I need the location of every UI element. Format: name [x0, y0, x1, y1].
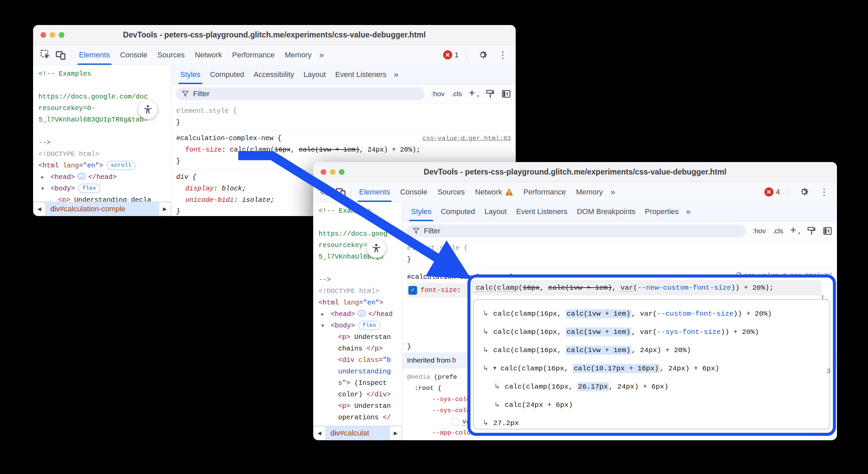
tree-node[interactable]: 5_l7VKnhaUl6B3QU — [319, 251, 402, 263]
filter-input[interactable]: Filter — [407, 225, 746, 237]
tab-performance[interactable]: Performance — [518, 182, 571, 202]
tab-elements[interactable]: Elements — [354, 182, 395, 202]
tree-node[interactable]: <div class="b — [319, 354, 402, 366]
breadcrumb-forward-button[interactable]: ▶ — [159, 202, 171, 216]
inspect-element-icon[interactable] — [38, 48, 53, 62]
sidebar-tab-accessibility[interactable]: Accessibility — [249, 65, 299, 84]
close-button[interactable] — [40, 32, 46, 38]
layout-badge[interactable]: scroll — [107, 161, 135, 170]
dock-side-icon[interactable] — [501, 89, 511, 99]
layout-badge[interactable]: flex — [78, 184, 100, 193]
toggle-hover-state[interactable]: :hov — [753, 227, 766, 235]
tree-node[interactable]: operations </ — [319, 412, 402, 423]
tree-node[interactable]: https://docs.goog — [319, 228, 402, 240]
paint-roller-icon[interactable] — [807, 226, 816, 236]
tab-memory[interactable]: Memory — [571, 182, 608, 202]
tab-elements[interactable]: Elements — [74, 45, 115, 65]
breadcrumb-back-button[interactable]: ◀ — [313, 426, 326, 440]
error-badge[interactable]: ✕ 1 — [443, 50, 459, 59]
toggle-class-editor[interactable]: .cls — [772, 227, 783, 235]
tree-node[interactable]: --> — [38, 137, 171, 149]
close-button[interactable] — [321, 169, 326, 175]
collapse-arrow-icon[interactable]: ▼ — [493, 366, 496, 371]
sidebar-tab-styles[interactable]: Styles — [175, 65, 205, 84]
css-declaration[interactable]: --custom-font-size: var(--sys-font-size)… — [407, 439, 837, 440]
paint-roller-icon[interactable] — [485, 89, 495, 99]
inspect-element-icon[interactable] — [319, 185, 333, 200]
css-declaration[interactable]: font-size: calc(clamp(16px, calc(1vw + 1… — [176, 144, 511, 156]
sidebar-tab-layout[interactable]: Layout — [299, 65, 330, 84]
more-tabs-icon[interactable]: » — [608, 187, 617, 197]
zoom-button[interactable] — [59, 32, 64, 38]
tree-node[interactable]: <p> Understan — [319, 332, 402, 343]
declaration-checkbox[interactable]: ✓ — [408, 286, 417, 295]
breadcrumb-forward-button[interactable]: ▶ — [389, 426, 402, 440]
declaration-checkbox[interactable] — [452, 418, 459, 426]
tab-sources[interactable]: Sources — [432, 182, 470, 202]
tree-node[interactable]: ▶<head>…</head — [319, 309, 402, 320]
source-link[interactable]: css-value-d…ger.html:83 — [423, 133, 511, 144]
css-selector[interactable]: #calculation-complex-new { — [176, 133, 281, 144]
sidebar-tab-properties[interactable]: Properties — [640, 202, 683, 221]
expand-arrow-icon[interactable]: ▶ — [321, 309, 331, 320]
tab-network[interactable]: Network — [190, 45, 227, 65]
settings-gear-icon[interactable] — [475, 48, 490, 62]
breadcrumb[interactable]: div#calculation-comple — [46, 202, 159, 216]
error-badge[interactable]: ✕ 4 — [764, 187, 780, 196]
settings-gear-icon[interactable] — [796, 185, 811, 200]
more-tabs-icon[interactable]: » — [317, 50, 326, 60]
sidebar-tab-computed[interactable]: Computed — [205, 65, 249, 84]
accessibility-button[interactable] — [138, 100, 158, 119]
dock-side-icon[interactable] — [823, 226, 832, 236]
sidebar-tab-event-listeners[interactable]: Event Listeners — [512, 202, 572, 221]
layout-badge[interactable]: flex — [358, 321, 380, 330]
device-toolbar-icon[interactable] — [53, 48, 68, 62]
zoom-button[interactable] — [339, 169, 345, 175]
expand-arrow-icon[interactable]: ▶ — [41, 172, 51, 183]
tree-node[interactable]: resourcekey=0- — [319, 240, 402, 251]
sidebar-tab-styles[interactable]: Styles — [406, 202, 436, 221]
filter-input[interactable]: Filter — [176, 87, 425, 100]
sidebar-tab-layout[interactable]: Layout — [480, 202, 511, 221]
collapsed-children-icon[interactable]: … — [77, 173, 86, 180]
element-style-section[interactable]: element.style { } — [171, 104, 516, 131]
more-tabs-icon[interactable]: » — [391, 70, 400, 79]
tab-console[interactable]: Console — [395, 182, 433, 202]
kebab-menu-icon[interactable]: ⋮ — [495, 48, 510, 62]
sidebar-tab-dom-breakpoints[interactable]: DOM Breakpoints — [572, 202, 640, 221]
tree-node[interactable]: chains </p> — [319, 343, 402, 354]
tree-node[interactable]: <html lang="en">scroll — [38, 160, 171, 172]
minimize-button[interactable] — [330, 169, 335, 175]
css-value-editor[interactable]: calc(clamp(16px, calc(1vw + 1em), var(--… — [472, 280, 821, 295]
device-toolbar-icon[interactable] — [333, 185, 348, 200]
more-tabs-icon[interactable]: » — [683, 207, 693, 216]
collapse-arrow-icon[interactable]: ▼ — [321, 320, 331, 332]
new-style-rule-icon[interactable]: + — [469, 90, 479, 97]
minimize-button[interactable] — [50, 32, 55, 38]
collapsed-children-icon[interactable]: … — [357, 310, 366, 317]
new-style-rule-icon[interactable]: + — [790, 228, 800, 234]
toggle-class-editor[interactable]: .cls — [451, 90, 462, 98]
sidebar-tab-computed[interactable]: Computed — [436, 202, 480, 221]
tab-console[interactable]: Console — [115, 45, 153, 65]
tab-sources[interactable]: Sources — [152, 45, 190, 65]
tree-node[interactable]: ▶<head>…</head> — [38, 172, 171, 183]
collapse-arrow-icon[interactable]: ▼ — [41, 183, 51, 194]
tree-node[interactable]: ▼<body>flex — [319, 320, 402, 332]
tree-node[interactable]: <!DOCTYPE html> — [38, 149, 171, 160]
tree-node[interactable]: ▼<body>flex — [38, 183, 171, 194]
tree-node[interactable]: color) </div> — [319, 389, 402, 400]
accessibility-button[interactable] — [367, 238, 386, 258]
tree-node[interactable]: <!-- Examples — [319, 205, 402, 217]
breadcrumb[interactable]: div#calculat — [326, 426, 389, 440]
kebab-menu-icon[interactable]: ⋮ — [817, 185, 832, 200]
tab-performance[interactable]: Performance — [227, 45, 280, 65]
breadcrumb-back-button[interactable]: ◀ — [33, 202, 46, 216]
tree-node[interactable]: --> — [319, 274, 402, 286]
tab-memory[interactable]: Memory — [280, 45, 317, 65]
toggle-hover-state[interactable]: :hov — [431, 90, 445, 98]
sidebar-tab-event-listeners[interactable]: Event Listeners — [330, 65, 391, 84]
tab-network[interactable]: Network — [470, 182, 518, 202]
tree-node[interactable]: <!-- Examples — [38, 68, 171, 80]
tree-node[interactable]: <p> Understan — [319, 400, 402, 412]
